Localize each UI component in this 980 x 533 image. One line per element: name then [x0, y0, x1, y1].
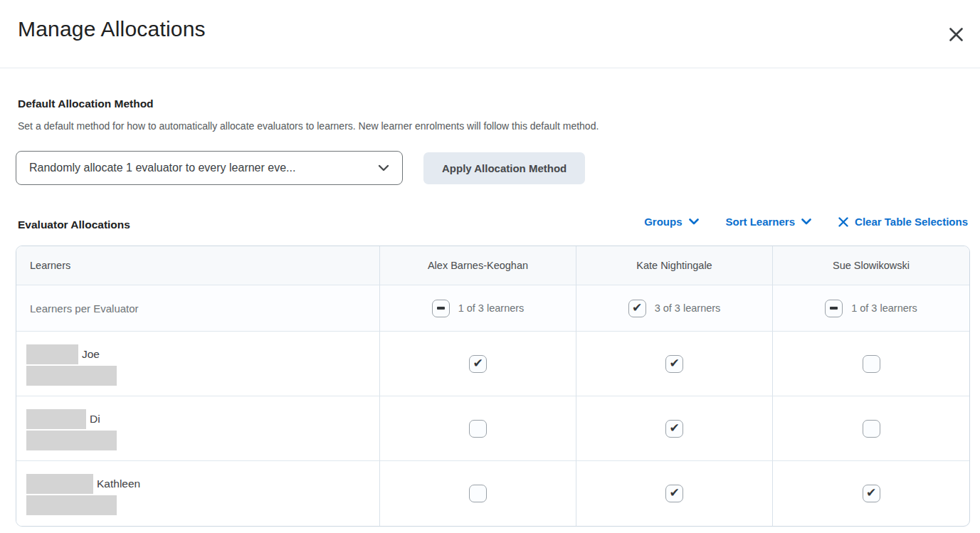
allocation-checkbox[interactable]	[665, 355, 683, 373]
summary-cell: 3 of 3 learners	[576, 285, 773, 332]
clear-table-selections-button[interactable]: Clear Table Selections	[838, 216, 968, 228]
allocation-cell	[773, 461, 969, 526]
allocation-cell	[773, 396, 969, 461]
header-divider	[0, 68, 980, 68]
clear-selections-label: Clear Table Selections	[855, 216, 968, 228]
groups-dropdown-button[interactable]: Groups	[644, 216, 698, 228]
manage-allocations-dialog: Manage Allocations Default Allocation Me…	[0, 0, 980, 533]
sort-learners-dropdown-button[interactable]: Sort Learners	[726, 216, 812, 228]
allocation-checkbox[interactable]	[469, 485, 487, 502]
redacted-text	[26, 366, 117, 386]
chevron-down-icon	[378, 162, 389, 174]
allocation-method-selected-value: Randomly allocate 1 evaluator to every l…	[29, 162, 295, 174]
summary-cell: 1 of 3 learners	[380, 285, 576, 332]
redacted-text	[26, 409, 86, 429]
learner-first-name: Joe	[82, 348, 100, 361]
sort-learners-label: Sort Learners	[726, 216, 796, 228]
column-header-learners[interactable]: Learners	[16, 246, 380, 285]
redacted-text	[26, 344, 78, 364]
allocation-cell	[773, 332, 969, 396]
apply-allocation-method-button[interactable]: Apply Allocation Method	[423, 152, 585, 184]
evaluator-allocations-table: Learners Alex Barnes-Keoghan Kate Nighti…	[16, 246, 970, 527]
column-header-evaluator[interactable]: Alex Barnes-Keoghan	[380, 246, 576, 285]
close-button[interactable]	[942, 20, 970, 48]
default-method-heading: Default Allocation Method	[18, 97, 154, 110]
chevron-down-icon	[801, 218, 811, 225]
select-all-checkbox[interactable]	[628, 300, 646, 317]
allocation-cell	[576, 396, 773, 461]
chevron-down-icon	[689, 218, 699, 225]
column-header-evaluator[interactable]: Kate Nightingale	[576, 246, 773, 285]
allocation-cell	[576, 461, 773, 526]
redacted-text	[26, 495, 117, 515]
default-method-description: Set a default method for how to automati…	[18, 120, 599, 132]
learner-count-text: 3 of 3 learners	[655, 302, 721, 314]
x-clear-icon	[838, 217, 848, 227]
allocation-checkbox[interactable]	[863, 420, 880, 438]
learner-first-name: Di	[90, 413, 100, 426]
allocation-checkbox[interactable]	[469, 420, 487, 438]
column-header-evaluator[interactable]: Sue Slowikowski	[773, 246, 969, 285]
allocation-method-dropdown[interactable]: Randomly allocate 1 evaluator to every l…	[16, 151, 403, 185]
summary-cell: 1 of 3 learners	[773, 285, 969, 332]
allocation-checkbox[interactable]	[863, 485, 880, 502]
allocation-checkbox[interactable]	[863, 355, 880, 373]
dialog-title: Manage Allocations	[18, 17, 206, 41]
allocation-cell	[380, 332, 576, 396]
table-controls: Groups Sort Learners Clear Table Selecti…	[644, 216, 968, 228]
groups-label: Groups	[644, 216, 682, 228]
allocation-cell	[380, 396, 576, 461]
close-icon	[949, 27, 964, 42]
learner-count-text: 1 of 3 learners	[458, 302, 525, 314]
learner-name-cell: Joe	[16, 332, 380, 396]
allocation-checkbox[interactable]	[665, 420, 683, 438]
allocation-checkbox[interactable]	[469, 355, 487, 373]
allocation-checkbox[interactable]	[665, 485, 683, 502]
evaluator-allocations-heading: Evaluator Allocations	[18, 218, 130, 231]
learner-first-name: Kathleen	[97, 477, 140, 490]
redacted-text	[26, 431, 117, 450]
learner-name-cell: Di	[16, 396, 380, 461]
select-all-checkbox[interactable]	[432, 300, 450, 317]
redacted-text	[26, 474, 93, 494]
learner-name-cell: Kathleen	[16, 461, 380, 526]
select-all-checkbox[interactable]	[825, 300, 843, 317]
allocation-cell	[380, 461, 576, 526]
allocation-cell	[576, 332, 773, 396]
learners-per-evaluator-label: Learners per Evaluator	[16, 285, 380, 332]
learner-count-text: 1 of 3 learners	[851, 302, 917, 314]
